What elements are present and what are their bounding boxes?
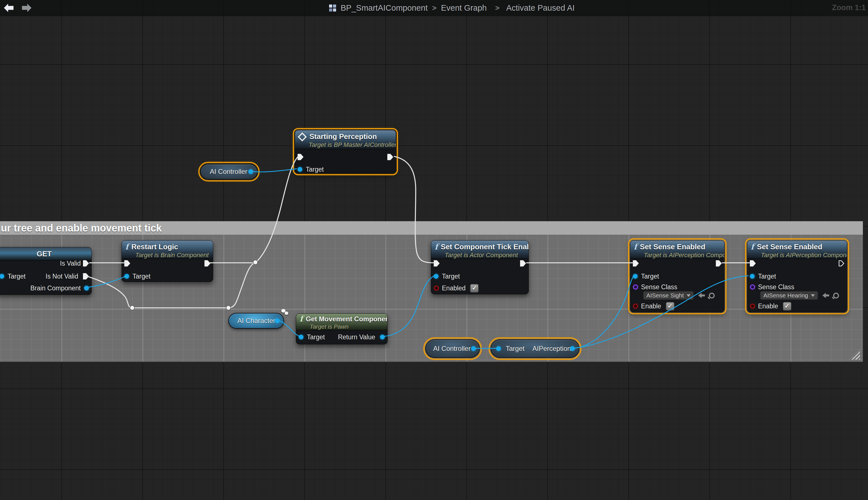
enable-bool-pin[interactable] — [633, 304, 638, 309]
target-input-pin[interactable] — [298, 167, 302, 172]
breadcrumb-asset[interactable]: BP_SmartAIComponent — [340, 3, 428, 13]
output-pin[interactable] — [471, 346, 476, 351]
zoom-level-label: Zoom 1:1 — [832, 3, 866, 12]
exec-in-pin[interactable] — [298, 154, 303, 160]
exec-in-pin[interactable] — [434, 260, 440, 267]
comment-header[interactable]: ur tree and enable movement tick — [0, 221, 863, 235]
exec-in-pin[interactable] — [750, 260, 756, 267]
sense-class-dropdown[interactable]: AISense Hearing — [760, 291, 818, 300]
target-input-pin[interactable] — [434, 274, 439, 279]
blueprint-icon — [329, 4, 336, 12]
node-get-is-valid[interactable]: GET Is Valid Target Is Not Valid Brain C… — [0, 247, 92, 295]
node-starting-perception[interactable]: Starting Perception Target is BP Master … — [295, 130, 396, 173]
pill-aiperception-getter[interactable]: Target AIPerception — [490, 339, 579, 358]
reset-to-default-icon[interactable] — [822, 293, 829, 298]
breadcrumb: BP_SmartAIComponent > Event Graph > Acti… — [329, 0, 575, 16]
function-icon: f — [435, 243, 438, 251]
pin-label-target: Target — [758, 273, 776, 280]
forward-button[interactable] — [22, 4, 32, 12]
function-icon: f — [300, 316, 303, 323]
enable-bool-pin[interactable] — [750, 304, 755, 309]
target-input-pin[interactable] — [299, 335, 303, 340]
pin-label-enabled: Enabled — [442, 284, 465, 292]
sense-class-pin[interactable] — [633, 284, 638, 290]
node-title: Starting Perception — [309, 132, 377, 141]
event-diamond-icon — [298, 132, 307, 141]
exec-out-pin-unconnected[interactable] — [838, 260, 844, 267]
node-restart-logic[interactable]: f Restart Logic Target is Brain Componen… — [121, 240, 213, 282]
enabled-bool-pin[interactable] — [434, 286, 439, 291]
target-input-pin[interactable] — [124, 274, 129, 279]
breadcrumb-graph[interactable]: Event Graph — [441, 3, 487, 13]
pill-label: AI Character — [238, 317, 275, 325]
pill-target-label: Target — [506, 345, 524, 353]
reset-to-default-icon[interactable] — [698, 293, 705, 298]
browse-magnifier-icon[interactable] — [709, 293, 715, 298]
breadcrumb-separator: > — [432, 4, 436, 12]
pill-label: AI Controller — [210, 168, 247, 175]
exec-out-is-not-valid-pin[interactable] — [83, 273, 89, 280]
sense-class-dropdown-value: AISense Hearing — [763, 292, 808, 299]
back-button[interactable] — [4, 4, 13, 12]
node-title: Set Sense Enabled — [640, 242, 705, 251]
pin-label-target: Target — [132, 273, 150, 280]
output-pin[interactable] — [570, 346, 575, 351]
enabled-checkbox[interactable] — [470, 284, 479, 293]
pin-label-target: Target — [641, 273, 659, 280]
node-subtitle: Target is BP Master AIController — [309, 141, 396, 149]
sense-class-dropdown[interactable]: AISense Sight — [643, 291, 694, 300]
node-subtitle: Target is Brain Component — [135, 252, 213, 259]
pill-ai-controller-top[interactable]: AI Controller — [200, 164, 258, 180]
pill-label: AI Controller — [433, 345, 471, 353]
function-icon: f — [634, 243, 637, 251]
node-title: GET — [0, 247, 91, 258]
node-title: Set Sense Enabled — [757, 242, 822, 251]
sense-class-dropdown-value: AISense Sight — [646, 292, 684, 299]
exec-out-pin[interactable] — [520, 260, 526, 267]
node-subtitle: Target is Actor Component — [445, 252, 529, 259]
exec-out-is-valid-pin[interactable] — [83, 260, 89, 267]
enable-checkbox[interactable] — [666, 302, 674, 311]
pin-label-is-not-valid: Is Not Valid — [46, 273, 78, 280]
target-input-pin[interactable] — [0, 274, 4, 279]
pill-ai-character[interactable]: AI Character — [228, 313, 284, 329]
function-icon: f — [751, 243, 754, 251]
enable-checkbox[interactable] — [783, 302, 791, 311]
node-set-component-tick-enabled[interactable]: f Set Component Tick Enabled Target is A… — [431, 240, 529, 294]
chevron-down-icon — [811, 294, 815, 297]
browse-magnifier-icon[interactable] — [833, 293, 839, 298]
exec-in-pin[interactable] — [124, 260, 130, 267]
pill-label: AIPerception — [532, 345, 571, 353]
exec-out-pin[interactable] — [387, 154, 393, 160]
pin-label-enable: Enable — [641, 303, 661, 310]
breadcrumb-separator: > — [495, 4, 499, 12]
exec-out-pin[interactable] — [205, 260, 210, 267]
sense-class-pin[interactable] — [750, 284, 755, 290]
node-subtitle: Target is AIPerception Component — [761, 252, 847, 259]
output-pin[interactable] — [248, 169, 253, 174]
node-subtitle: Target is Pawn — [310, 323, 387, 330]
pin-label-sense-class: Sense Class — [641, 283, 677, 291]
exec-out-pin[interactable] — [716, 260, 722, 267]
target-input-pin[interactable] — [633, 274, 638, 279]
node-get-movement-component[interactable]: f Get Movement Component Target is Pawn … — [296, 314, 387, 344]
pin-label-return-value: Return Value — [338, 333, 375, 341]
pill-ai-controller-bottom[interactable]: AI Controller — [425, 339, 480, 358]
brain-component-output-pin[interactable] — [84, 286, 89, 291]
node-set-sense-enabled-hearing[interactable]: f Set Sense Enabled Target is AIPercepti… — [747, 240, 847, 312]
exec-in-pin[interactable] — [633, 260, 639, 267]
node-set-sense-enabled-sight[interactable]: f Set Sense Enabled Target is AIPercepti… — [630, 240, 725, 312]
title-bar: BP_SmartAIComponent > Event Graph > Acti… — [0, 0, 868, 16]
target-input-pin[interactable] — [750, 274, 755, 279]
node-title: Get Movement Component — [306, 315, 387, 323]
pin-label-target: Target — [8, 273, 26, 280]
comment-title: ur tree and enable movement tick — [1, 222, 162, 234]
node-title: Restart Logic — [131, 242, 178, 251]
graph-canvas[interactable]: ur tree and enable movement tick GET Is … — [0, 0, 868, 500]
chevron-down-icon — [686, 294, 691, 297]
output-pin[interactable] — [275, 319, 280, 323]
breadcrumb-node[interactable]: Activate Paused AI — [506, 3, 575, 13]
target-input-pin[interactable] — [496, 346, 501, 351]
pin-label-enable: Enable — [758, 303, 778, 310]
return-value-output-pin[interactable] — [380, 335, 385, 340]
